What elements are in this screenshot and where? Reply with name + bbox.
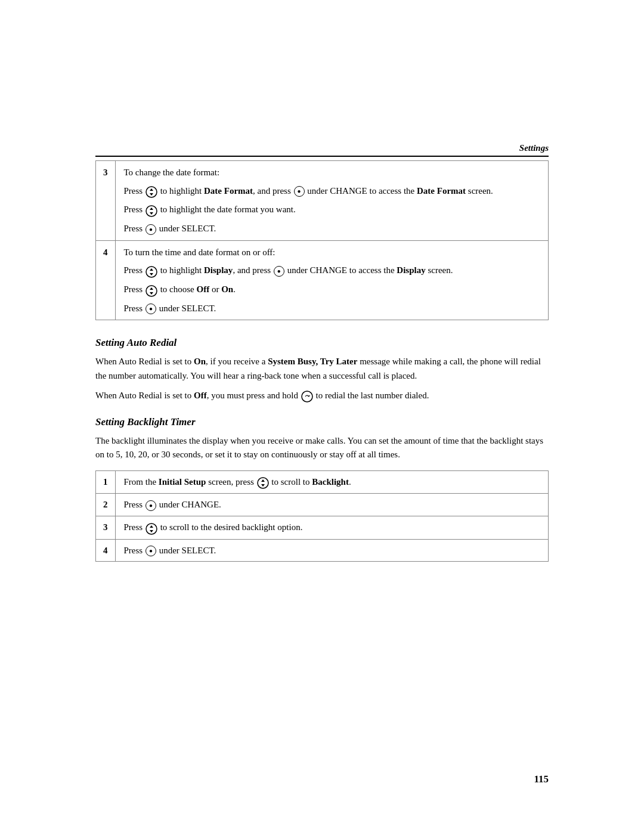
step-4-intro: To turn the time and date format on or o… xyxy=(124,246,540,259)
step-4-para1: Press to highlight Display, and press ● … xyxy=(124,264,540,278)
step-3-content: To change the date format: Press to high… xyxy=(115,161,549,241)
svg-marker-1 xyxy=(150,188,153,191)
nav-icon-5 xyxy=(257,476,269,490)
auto-redial-section: Setting Auto Redial When Auto Redial is … xyxy=(95,337,549,403)
content-area: Settings 3 To change the date format: Pr… xyxy=(95,0,549,562)
step-number-4: 4 xyxy=(96,240,116,320)
backlight-intro: The backlight illuminates the display wh… xyxy=(95,434,549,462)
select-btn-4: ● xyxy=(145,304,156,314)
svg-point-6 xyxy=(146,267,157,277)
step-desc-2: Press ● under CHANGE. xyxy=(115,494,549,516)
step-num-1: 1 xyxy=(96,470,116,494)
settings-header: Settings xyxy=(95,143,549,157)
svg-marker-8 xyxy=(150,273,153,275)
step-desc-4: Press ● under SELECT. xyxy=(115,539,549,562)
select-btn-5: ● xyxy=(145,500,156,511)
svg-point-9 xyxy=(146,286,157,296)
nav-icon-3 xyxy=(145,264,157,278)
select-btn-3: ● xyxy=(274,266,284,277)
svg-point-12 xyxy=(302,391,312,402)
step-num-3: 3 xyxy=(96,516,116,539)
nav-icon-6 xyxy=(145,521,157,535)
step-3-para3: Press ● under SELECT. xyxy=(124,222,540,236)
select-btn-6: ● xyxy=(145,546,156,556)
step-desc-3: Press to scroll to the desired backlight… xyxy=(115,516,549,539)
backlight-steps-table: 1 From the Initial Setup screen, press t… xyxy=(95,470,549,562)
table-row: 4 To turn the time and date format on or… xyxy=(96,240,549,320)
step-4-para2: Press to choose Off or On. xyxy=(124,283,540,297)
svg-marker-16 xyxy=(261,479,265,482)
nav-icon-1 xyxy=(145,185,157,199)
step-4-para3: Press ● under SELECT. xyxy=(124,302,540,315)
svg-point-3 xyxy=(146,206,157,216)
step-desc-1: From the Initial Setup screen, press to … xyxy=(115,470,549,494)
step-3-intro: To change the date format: xyxy=(124,166,540,179)
step-3-para1: Press to highlight Date Format, and pres… xyxy=(124,184,540,199)
svg-line-14 xyxy=(309,395,310,397)
svg-marker-20 xyxy=(150,530,153,532)
svg-marker-5 xyxy=(150,212,153,215)
svg-marker-10 xyxy=(150,287,153,290)
svg-marker-2 xyxy=(150,193,153,196)
svg-marker-19 xyxy=(150,525,153,528)
svg-point-15 xyxy=(258,478,268,488)
step-4-content: To turn the time and date format on or o… xyxy=(115,240,549,320)
svg-point-0 xyxy=(146,187,157,197)
table-row: 2 Press ● under CHANGE. xyxy=(96,494,549,516)
step-3-para2: Press to highlight the date format you w… xyxy=(124,203,540,217)
svg-line-13 xyxy=(308,396,309,397)
nav-icon-4 xyxy=(145,283,157,297)
backlight-section: Setting Backlight Timer The backlight il… xyxy=(95,416,549,562)
nav-icon-2 xyxy=(145,204,157,218)
backlight-heading: Setting Backlight Timer xyxy=(95,416,549,428)
auto-redial-para1: When Auto Redial is set to On, if you re… xyxy=(95,355,549,383)
auto-redial-heading: Setting Auto Redial xyxy=(95,337,549,349)
table-row: 4 Press ● under SELECT. xyxy=(96,539,549,562)
step-number-3: 3 xyxy=(96,161,116,241)
page-number: 115 xyxy=(534,773,549,785)
settings-title: Settings xyxy=(519,143,549,153)
select-btn-1: ● xyxy=(294,186,305,197)
svg-point-18 xyxy=(146,524,157,534)
svg-marker-7 xyxy=(150,268,153,271)
page: Settings 3 To change the date format: Pr… xyxy=(0,0,644,833)
auto-redial-para2: When Auto Redial is set to Off, you must… xyxy=(95,389,549,403)
table-row: 3 To change the date format: Press to hi… xyxy=(96,161,549,241)
redial-icon xyxy=(301,389,313,403)
date-format-table: 3 To change the date format: Press to hi… xyxy=(95,160,549,320)
table-row: 1 From the Initial Setup screen, press t… xyxy=(96,470,549,494)
step-num-2: 2 xyxy=(96,494,116,516)
step-num-4: 4 xyxy=(96,539,116,562)
svg-marker-11 xyxy=(150,292,153,295)
table-row: 3 Press to scroll to the desired backlig… xyxy=(96,516,549,539)
svg-marker-4 xyxy=(150,208,153,210)
select-btn-2: ● xyxy=(145,224,156,235)
svg-marker-17 xyxy=(261,484,265,487)
